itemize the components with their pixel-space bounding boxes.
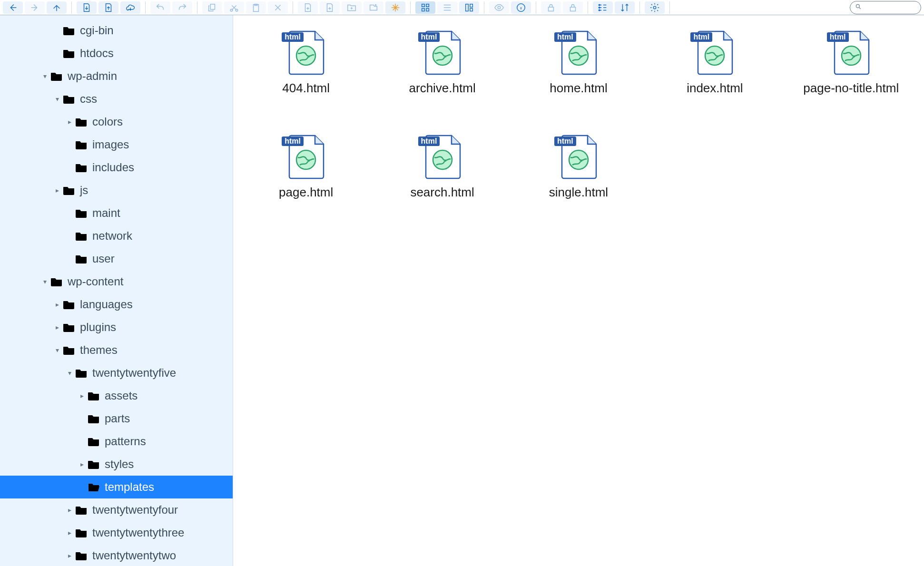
tree-caret-icon[interactable]: ▸ bbox=[66, 552, 73, 559]
file-item[interactable]: html page-no-title.html bbox=[788, 29, 914, 96]
search-input[interactable] bbox=[865, 4, 924, 11]
settings-icon[interactable] bbox=[645, 1, 665, 14]
tree-item-network[interactable]: network bbox=[0, 224, 233, 247]
toolbar bbox=[0, 0, 924, 15]
file-item[interactable]: html search.html bbox=[379, 134, 505, 200]
file-label: 404.html bbox=[282, 81, 330, 96]
sort-icon[interactable] bbox=[615, 1, 635, 14]
file-item[interactable]: html home.html bbox=[515, 29, 642, 96]
tree-item-twentytwentytwo[interactable]: ▸twentytwentytwo bbox=[0, 544, 233, 566]
file-label: home.html bbox=[550, 81, 607, 96]
cloud-icon[interactable] bbox=[120, 1, 140, 14]
file-label: index.html bbox=[687, 81, 743, 96]
tree-item-templates[interactable]: templates bbox=[0, 476, 233, 498]
html-file-icon: html bbox=[693, 29, 736, 75]
tree-caret-icon[interactable]: ▸ bbox=[53, 301, 61, 308]
tree-item-label: twentytwentyfive bbox=[92, 366, 176, 380]
folder-icon bbox=[88, 390, 100, 401]
tree-item-plugins[interactable]: ▸plugins bbox=[0, 316, 233, 339]
file-type-badge: html bbox=[418, 137, 440, 146]
tree-caret-icon[interactable]: ▸ bbox=[53, 186, 61, 194]
tree-item-styles[interactable]: ▸styles bbox=[0, 453, 233, 476]
tree-item-css[interactable]: ▾css bbox=[0, 88, 233, 110]
nav-back-icon[interactable] bbox=[3, 1, 23, 14]
perm2-icon bbox=[563, 1, 583, 14]
globe-icon bbox=[432, 45, 453, 67]
file-item[interactable]: html archive.html bbox=[379, 29, 505, 96]
tree-caret-icon[interactable]: ▸ bbox=[66, 118, 73, 126]
tree-caret-icon[interactable]: ▸ bbox=[78, 460, 86, 468]
search-box[interactable] bbox=[850, 1, 921, 14]
tree-item-label: css bbox=[80, 92, 97, 106]
tree-item-label: twentytwentytwo bbox=[92, 549, 176, 562]
html-file-icon: html bbox=[421, 29, 464, 75]
folder-icon bbox=[63, 48, 75, 59]
file-item[interactable]: html 404.html bbox=[243, 29, 369, 96]
tree-item-wp-content[interactable]: ▾wp-content bbox=[0, 270, 233, 293]
file-item[interactable]: html index.html bbox=[651, 29, 778, 96]
tree-caret-icon[interactable]: ▸ bbox=[53, 323, 61, 331]
tree-item-images[interactable]: images bbox=[0, 133, 233, 156]
tree-caret-icon[interactable]: ▾ bbox=[41, 72, 49, 80]
tree-caret-icon[interactable]: ▸ bbox=[66, 529, 73, 537]
file-type-badge: html bbox=[827, 32, 849, 42]
nav-up-icon[interactable] bbox=[47, 1, 67, 14]
view-icons-icon[interactable] bbox=[415, 1, 435, 14]
tree-item-label: cgi-bin bbox=[80, 24, 114, 37]
copy-icon bbox=[202, 1, 222, 14]
info-icon[interactable] bbox=[511, 1, 531, 14]
tree-caret-icon[interactable]: ▾ bbox=[41, 278, 49, 285]
tree-item-label: plugins bbox=[80, 321, 116, 334]
folder-icon bbox=[75, 505, 88, 515]
perm-icon bbox=[541, 1, 561, 14]
cut-icon bbox=[224, 1, 244, 14]
tree-item-cgi-bin[interactable]: cgi-bin bbox=[0, 19, 233, 42]
folder-icon bbox=[75, 117, 88, 127]
new-tab-icon bbox=[364, 1, 383, 14]
tree-item-user[interactable]: user bbox=[0, 247, 233, 270]
globe-icon bbox=[704, 45, 726, 67]
tree-item-twentytwentyfive[interactable]: ▾twentytwentyfive bbox=[0, 361, 233, 384]
folder-icon bbox=[63, 299, 75, 310]
folder-icon bbox=[63, 25, 75, 36]
tree-item-colors[interactable]: ▸colors bbox=[0, 110, 233, 133]
tree-item-label: js bbox=[80, 184, 88, 197]
tree-item-patterns[interactable]: patterns bbox=[0, 430, 233, 453]
file-item[interactable]: html page.html bbox=[243, 134, 369, 200]
tree-caret-icon[interactable]: ▸ bbox=[66, 506, 73, 514]
tree-caret-icon[interactable]: ▾ bbox=[66, 369, 73, 377]
folder-icon bbox=[63, 94, 75, 104]
tree-item-htdocs[interactable]: htdocs bbox=[0, 42, 233, 65]
tree-item-twentytwentyfour[interactable]: ▸twentytwentyfour bbox=[0, 498, 233, 521]
toolbar-separator bbox=[669, 1, 670, 14]
tree-item-themes[interactable]: ▾themes bbox=[0, 339, 233, 361]
tree-item-includes[interactable]: includes bbox=[0, 156, 233, 179]
tree-item-wp-admin[interactable]: ▾wp-admin bbox=[0, 65, 233, 88]
tree-toggle-icon[interactable] bbox=[593, 1, 613, 14]
file-label: search.html bbox=[410, 185, 474, 200]
tree-item-maint[interactable]: maint bbox=[0, 202, 233, 224]
tree-caret-icon[interactable]: ▾ bbox=[53, 346, 61, 354]
tree-item-assets[interactable]: ▸assets bbox=[0, 384, 233, 407]
tree-caret-icon[interactable]: ▸ bbox=[78, 392, 86, 400]
download-icon[interactable] bbox=[77, 1, 97, 14]
tree-item-twentytwentythree[interactable]: ▸twentytwentythree bbox=[0, 521, 233, 544]
upload-icon[interactable] bbox=[98, 1, 118, 14]
tree-item-parts[interactable]: parts bbox=[0, 407, 233, 430]
tree-item-js[interactable]: ▸js bbox=[0, 179, 233, 202]
file-type-badge: html bbox=[690, 32, 712, 42]
svg-point-17 bbox=[856, 4, 859, 8]
star-icon[interactable] bbox=[385, 1, 405, 14]
file-item[interactable]: html single.html bbox=[515, 134, 642, 200]
file-label: page.html bbox=[279, 185, 333, 200]
globe-icon bbox=[295, 149, 317, 171]
view-cards-icon[interactable] bbox=[459, 1, 479, 14]
tree-item-label: maint bbox=[92, 206, 120, 220]
redo-icon bbox=[172, 1, 192, 14]
new-file-icon bbox=[298, 1, 318, 14]
file-label: page-no-title.html bbox=[803, 81, 899, 96]
tree-caret-icon[interactable]: ▾ bbox=[53, 95, 61, 103]
tree-item-languages[interactable]: ▸languages bbox=[0, 293, 233, 316]
file-type-badge: html bbox=[554, 32, 576, 42]
toolbar-separator bbox=[484, 1, 484, 14]
